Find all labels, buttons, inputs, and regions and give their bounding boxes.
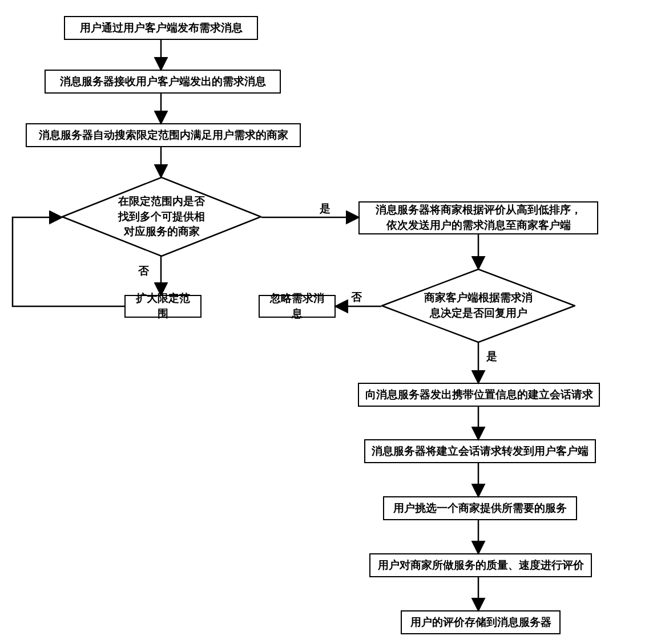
box-server-receive: 消息服务器接收用户客户端发出的需求消息 (45, 70, 281, 94)
label-d1-yes: 是 (320, 201, 330, 216)
text-n11: 用户的评价存储到消息服务器 (410, 615, 551, 630)
text-n10: 用户对商家所做服务的质量、速度进行评价 (378, 558, 584, 573)
box-user-pick: 用户挑选一个商家提供所需要的服务 (383, 496, 577, 520)
label-d2-no: 否 (351, 290, 362, 305)
text-d2: 商家客户端根据需求消 息决定是否回复用户 (424, 290, 533, 321)
label-d2-yes: 是 (486, 349, 497, 364)
box-sort-send: 消息服务器将商家根据评价从高到低排序， 依次发送用户的需求消息至商家客户端 (358, 201, 598, 234)
text-n4: 扩大限定范围 (131, 291, 195, 321)
text-n9: 用户挑选一个商家提供所需要的服务 (393, 501, 567, 516)
text-n6: 忽略需求消息 (265, 291, 329, 321)
text-n1: 用户通过用户客户端发布需求消息 (80, 21, 243, 36)
box-expand-range: 扩大限定范围 (124, 295, 201, 318)
text-n7: 向消息服务器发出携带位置信息的建立会话请求 (365, 387, 593, 403)
box-store-rating: 用户的评价存储到消息服务器 (401, 610, 561, 634)
box-ignore: 忽略需求消息 (259, 295, 336, 318)
box-forward-request: 消息服务器将建立会话请求转发到用户客户端 (364, 439, 596, 463)
box-server-search: 消息服务器自动搜索限定范围内满足用户需求的商家 (26, 123, 301, 147)
text-n8: 消息服务器将建立会话请求转发到用户客户端 (372, 444, 589, 459)
box-user-rate: 用户对商家所做服务的质量、速度进行评价 (369, 553, 592, 577)
box-user-publish: 用户通过用户客户端发布需求消息 (64, 16, 258, 40)
box-session-request: 向消息服务器发出携带位置信息的建立会话请求 (358, 383, 600, 407)
text-n3: 消息服务器自动搜索限定范围内满足用户需求的商家 (39, 128, 288, 143)
text-n5: 消息服务器将商家根据评价从高到低排序， 依次发送用户的需求消息至商家客户端 (376, 202, 582, 233)
text-d1: 在限定范围内是否 找到多个可提供相 对应服务的商家 (118, 194, 205, 240)
diamond-found-merchants: 在限定范围内是否 找到多个可提供相 对应服务的商家 (62, 177, 261, 257)
text-n2: 消息服务器接收用户客户端发出的需求消息 (60, 74, 266, 90)
label-d1-no: 否 (138, 264, 149, 278)
diamond-reply: 商家客户端根据需求消 息决定是否回复用户 (381, 269, 575, 343)
